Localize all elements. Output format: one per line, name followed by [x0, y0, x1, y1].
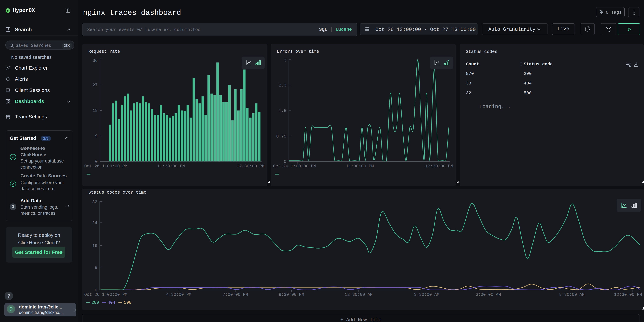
- svg-text:Oct 26 1:00:00 PM: Oct 26 1:00:00 PM: [273, 164, 316, 169]
- svg-text:4:30:00 PM: 4:30:00 PM: [166, 292, 192, 297]
- svg-text:18: 18: [92, 108, 98, 113]
- svg-text:Status codes over time: Status codes over time: [88, 190, 146, 195]
- svg-text:11:30:00 PM: 11:30:00 PM: [346, 164, 374, 169]
- svg-text:36: 36: [92, 58, 98, 63]
- svg-text:8: 8: [95, 265, 97, 270]
- svg-text:Oct 26 1:00:00 PM: Oct 26 1:00:00 PM: [84, 164, 128, 169]
- svg-text:0: 0: [95, 159, 98, 164]
- svg-text:3: 3: [284, 58, 286, 63]
- svg-text:11:30:00 PM: 11:30:00 PM: [157, 164, 185, 169]
- svg-text:0: 0: [284, 159, 286, 164]
- svg-text:Request rate: Request rate: [88, 49, 120, 54]
- svg-text:500: 500: [124, 300, 132, 305]
- svg-text:12:30:00 PM: 12:30:00 PM: [237, 164, 264, 169]
- svg-text:16: 16: [92, 244, 97, 248]
- svg-text:7:00:00 PM: 7:00:00 PM: [223, 292, 248, 297]
- svg-text:12:30:00 PM: 12:30:00 PM: [425, 164, 453, 169]
- svg-text:9:30:00 PM: 9:30:00 PM: [279, 292, 304, 297]
- svg-text:32: 32: [92, 200, 97, 204]
- svg-text:1.5: 1.5: [279, 108, 286, 113]
- svg-text:404: 404: [108, 300, 115, 305]
- svg-text:12:30:00 PM: 12:30:00 PM: [614, 292, 642, 297]
- svg-text:3:30:00 AM: 3:30:00 AM: [414, 292, 440, 297]
- svg-text:8:30:00 AM: 8:30:00 AM: [559, 292, 584, 297]
- svg-text:6:00:00 AM: 6:00:00 AM: [476, 292, 501, 297]
- svg-text:9: 9: [95, 134, 98, 139]
- svg-text:Oct 26 1:00:00 PM: Oct 26 1:00:00 PM: [84, 292, 128, 297]
- svg-text:Errors over time: Errors over time: [277, 49, 319, 54]
- svg-text:27: 27: [92, 83, 98, 88]
- svg-text:200: 200: [92, 300, 99, 305]
- svg-text:2.3: 2.3: [279, 83, 286, 88]
- svg-text:12:30:00 AM: 12:30:00 AM: [345, 292, 372, 297]
- svg-text:24: 24: [92, 221, 97, 226]
- svg-text:0: 0: [95, 288, 97, 293]
- svg-text:0.75: 0.75: [276, 134, 286, 139]
